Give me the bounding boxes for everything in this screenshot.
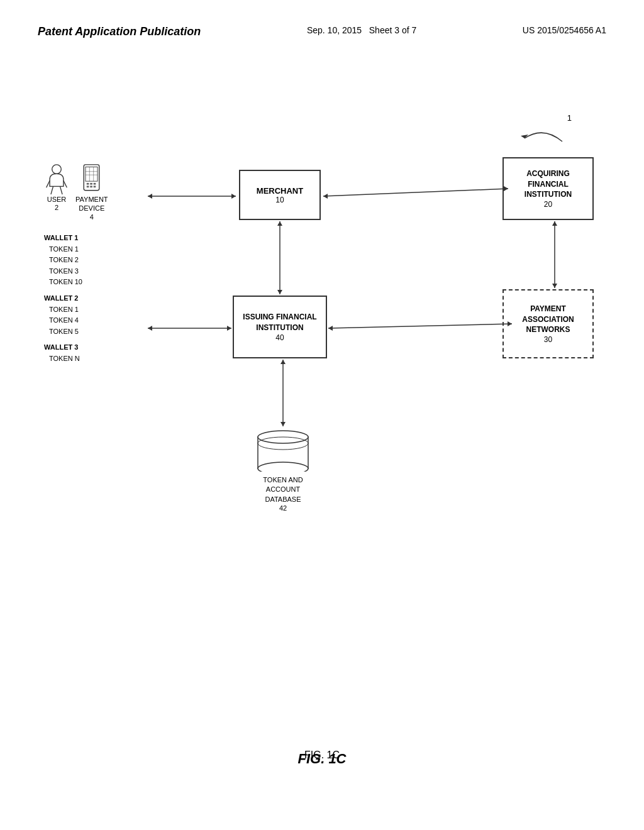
issuing-box: ISSUING FINANCIALINSTITUTION 40 [233,296,327,358]
user-label: USER [47,195,67,204]
svg-rect-9 [90,183,92,185]
svg-line-4 [51,186,53,194]
user-section: USER 2 [44,163,145,221]
svg-rect-12 [90,185,92,187]
svg-rect-7 [86,167,97,181]
merchant-title: MERCHANT [257,186,303,196]
wallet-1-token-3: TOKEN 3 [44,266,145,277]
svg-line-2 [47,180,50,187]
svg-marker-35 [227,326,231,331]
header-date-sheet: Sep. 10, 2015 Sheet 3 of 7 [307,25,416,35]
merchant-ref: 10 [275,196,284,204]
svg-marker-39 [328,326,333,331]
issuing-title: ISSUING FINANCIALINSTITUTION [243,312,316,333]
svg-marker-41 [280,422,286,426]
svg-point-20 [258,462,308,472]
payment-device-label: PAYMENTDEVICE [75,195,108,213]
svg-marker-42 [280,360,286,364]
database-title: TOKEN ANDACCOUNTDATABASE [263,475,303,504]
payment-device-ref: 4 [90,213,94,221]
svg-marker-32 [552,284,557,288]
svg-line-3 [64,180,67,187]
svg-marker-30 [277,221,282,226]
user-figure: USER 2 [44,163,69,211]
phone-icon [80,163,103,195]
payment-assoc-box: PAYMENTASSOCIATIONNETWORKS 30 [502,289,594,358]
wallet-1: WALLET 1 TOKEN 1 TOKEN 2 TOKEN 3 TOKEN 1… [44,233,145,288]
wallet-2-token-2: TOKEN 4 [44,315,145,326]
patent-number: US 2015/0254656 A1 [523,25,606,35]
svg-marker-24 [148,194,152,199]
wallet-3: WALLET 3 TOKEN N [44,342,145,364]
wallet-section: WALLET 1 TOKEN 1 TOKEN 2 TOKEN 3 TOKEN 1… [44,233,145,370]
svg-line-25 [323,189,508,196]
payment-assoc-title: PAYMENTASSOCIATIONNETWORKS [522,304,574,335]
database-section: TOKEN ANDACCOUNTDATABASE 42 [245,428,321,512]
svg-marker-23 [231,194,236,199]
svg-rect-13 [94,185,96,187]
svg-rect-10 [94,183,96,185]
acquiring-title: ACQUIRINGFINANCIALINSTITUTION [525,169,572,200]
svg-marker-29 [277,290,282,294]
acquiring-ref: 20 [544,200,552,209]
wallet-1-token-4: TOKEN 10 [44,277,145,288]
svg-rect-11 [87,185,89,187]
ref1-arrow [512,119,575,151]
wallet-2-title: WALLET 2 [44,293,145,304]
wallet-1-token-1: TOKEN 1 [44,244,145,255]
wallet-1-token-2: TOKEN 2 [44,255,145,266]
publication-title: Patent Application Publication [38,25,201,38]
payment-assoc-ref: 30 [544,335,552,344]
database-ref: 42 [279,504,287,512]
svg-marker-33 [552,221,557,226]
wallet-3-title: WALLET 3 [44,342,145,353]
merchant-box: MERCHANT 10 [239,170,321,220]
svg-rect-8 [87,183,89,185]
database-icon [252,428,314,472]
svg-marker-36 [148,326,152,331]
figure-caption: FIG. 1C [297,751,346,767]
svg-line-5 [60,186,62,194]
wallet-1-title: WALLET 1 [44,233,145,244]
diagram-area: 1 USER 2 [38,101,606,767]
issuing-ref: 40 [275,333,284,342]
wallet-2-token-3: TOKEN 5 [44,326,145,338]
svg-marker-27 [323,194,328,199]
wallet-2: WALLET 2 TOKEN 1 TOKEN 4 TOKEN 5 [44,293,145,337]
acquiring-box: ACQUIRINGFINANCIALINSTITUTION 20 [502,157,594,220]
payment-device-figure: PAYMENTDEVICE 4 [75,163,108,221]
wallet-3-token-n: TOKEN N [44,353,145,365]
person-icon [44,163,69,195]
svg-point-1 [52,165,62,174]
user-ref: 2 [55,204,58,211]
wallet-2-token-1: TOKEN 1 [44,304,145,316]
svg-line-37 [328,324,512,328]
ref-1-label: 1 [567,113,572,123]
